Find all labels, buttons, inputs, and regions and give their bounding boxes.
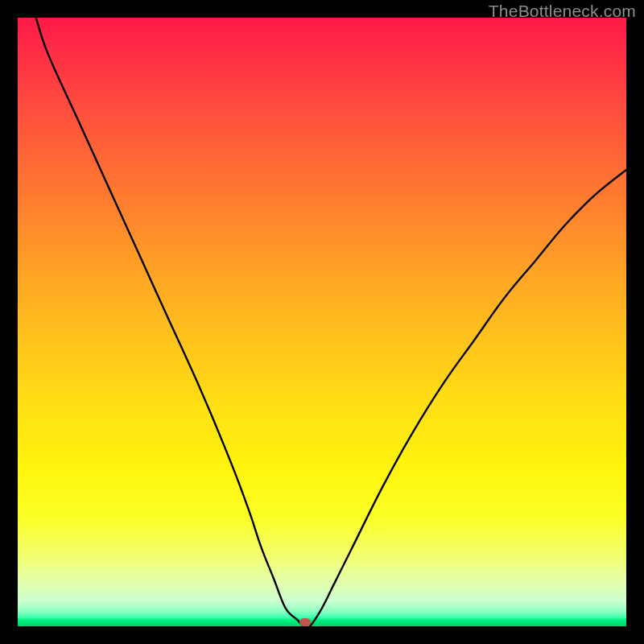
minimum-marker: [299, 618, 311, 626]
chart-frame: TheBottleneck.com: [0, 0, 644, 644]
watermark-text: TheBottleneck.com: [489, 2, 636, 21]
plot-area: [18, 18, 626, 626]
bottleneck-curve: [18, 18, 626, 626]
